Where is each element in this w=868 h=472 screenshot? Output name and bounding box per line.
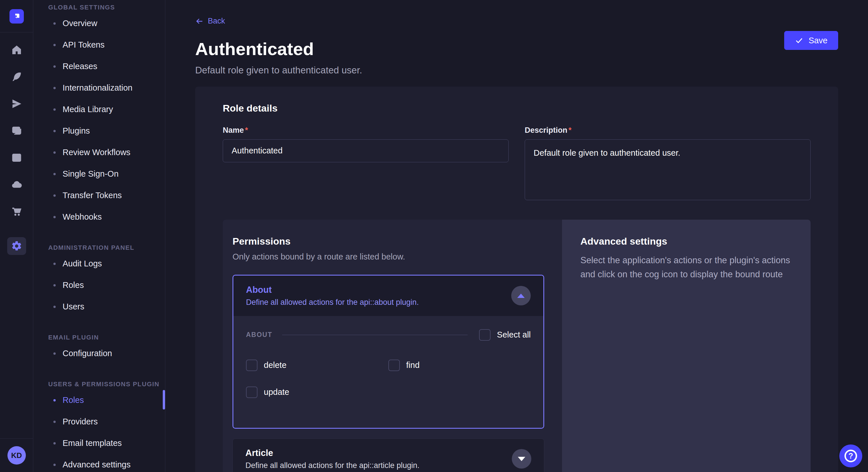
name-label-text: Name — [223, 126, 244, 134]
name-field-group: Name* — [223, 126, 508, 201]
back-label: Back — [208, 16, 225, 26]
layout-icon[interactable] — [11, 152, 22, 163]
cloud-icon[interactable] — [11, 179, 22, 190]
settings-sidebar: GLOBAL SETTINGS Overview API Tokens Rele… — [33, 0, 165, 472]
bullet-icon — [53, 464, 56, 466]
sidebar-item-label: API Tokens — [63, 40, 104, 49]
expand-button[interactable] — [512, 449, 531, 469]
sidebar-item-label: Configuration — [63, 349, 112, 358]
feather-icon[interactable] — [11, 71, 22, 82]
sidebar-item-transfer-tokens[interactable]: Transfer Tokens — [33, 185, 165, 206]
accordion-about-header[interactable]: About Define all allowed actions for the… — [234, 276, 544, 316]
sidebar-item-label: Media Library — [63, 105, 113, 114]
bullet-icon — [53, 442, 56, 444]
sidebar-item-label: Roles — [63, 280, 84, 290]
checkbox-icon — [389, 360, 400, 371]
rail-footer: KD — [0, 438, 33, 472]
bullet-icon — [53, 173, 56, 175]
role-card: Role details Name* Description* Default … — [195, 87, 838, 472]
strapi-logo[interactable] — [9, 9, 24, 24]
bullet-icon — [53, 306, 56, 308]
images-icon[interactable] — [11, 125, 22, 136]
sidebar-section-title: GLOBAL SETTINGS — [33, 2, 165, 12]
app-window: KD GLOBAL SETTINGS Overview API Tokens R… — [0, 0, 868, 472]
back-link[interactable]: Back — [195, 16, 225, 26]
action-label: find — [406, 361, 420, 370]
collapse-button[interactable] — [511, 286, 531, 305]
sidebar-item-up-email-templates[interactable]: Email templates — [33, 432, 165, 454]
sidebar-item-media-library[interactable]: Media Library — [33, 99, 165, 120]
permissions-title: Permissions — [232, 236, 544, 247]
sidebar-item-single-sign-on[interactable]: Single Sign-On — [33, 163, 165, 185]
description-label-text: Description — [525, 126, 567, 134]
sidebar-item-label: Roles — [63, 396, 84, 405]
sidebar-item-label: Audit Logs — [63, 259, 102, 268]
permissions-section: Permissions Only actions bound by a rout… — [223, 220, 811, 472]
role-details-fields: Name* Description* Default role given to… — [223, 126, 811, 201]
sidebar-item-up-advanced-settings[interactable]: Advanced settings — [33, 454, 165, 472]
required-mark: * — [245, 126, 248, 134]
accordion-about-text: About Define all allowed actions for the… — [246, 285, 419, 307]
sidebar-item-email-configuration[interactable]: Configuration — [33, 343, 165, 364]
home-icon[interactable] — [11, 44, 22, 55]
accordion-about-body: ABOUT Select all delete — [234, 316, 544, 428]
sidebar-item-webhooks[interactable]: Webhooks — [33, 206, 165, 228]
action-checkbox-find[interactable]: find — [389, 360, 531, 371]
action-label: delete — [264, 361, 286, 370]
main-content: Back Authenticated Default role given to… — [165, 0, 868, 472]
action-checkbox-update[interactable]: update — [246, 386, 389, 398]
action-label: update — [264, 387, 289, 397]
about-group-row: ABOUT Select all — [246, 329, 531, 341]
sidebar-item-admin-roles[interactable]: Roles — [33, 274, 165, 296]
checkbox-icon — [479, 329, 491, 341]
sidebar-item-api-tokens[interactable]: API Tokens — [33, 34, 165, 56]
accordion-about-title: About — [246, 285, 419, 295]
sidebar-section-email-plugin: EMAIL PLUGIN Configuration — [33, 332, 165, 364]
strapi-logo-icon — [12, 12, 21, 21]
gear-icon[interactable] — [7, 237, 26, 255]
action-checkbox-delete[interactable]: delete — [246, 360, 389, 371]
select-all-checkbox[interactable]: Select all — [479, 329, 531, 341]
sidebar-item-up-providers[interactable]: Providers — [33, 411, 165, 432]
sidebar-item-label: Webhooks — [63, 212, 102, 222]
help-button[interactable]: ? — [839, 444, 862, 467]
nav-rail: KD — [0, 0, 33, 472]
sidebar-section-administration-panel: ADMINISTRATION PANEL Audit Logs Roles Us… — [33, 243, 165, 317]
sidebar-item-audit-logs[interactable]: Audit Logs — [33, 253, 165, 274]
sidebar-item-overview[interactable]: Overview — [33, 12, 165, 34]
sidebar-section-title: USERS & PERMISSIONS PLUGIN — [33, 379, 165, 390]
sidebar-item-label: Internationalization — [63, 83, 132, 93]
sidebar-item-admin-users[interactable]: Users — [33, 296, 165, 317]
sidebar-item-internationalization[interactable]: Internationalization — [33, 77, 165, 99]
name-input[interactable] — [223, 139, 508, 162]
sidebar-section-title: EMAIL PLUGIN — [33, 332, 165, 343]
advanced-settings-title: Advanced settings — [580, 236, 792, 247]
cart-icon[interactable] — [11, 206, 22, 217]
bullet-icon — [53, 399, 56, 401]
advanced-settings-description: Select the application's actions or the … — [580, 253, 792, 281]
bullet-icon — [53, 284, 56, 286]
page-title: Authenticated — [195, 39, 838, 59]
sidebar-item-label: Transfer Tokens — [63, 191, 122, 200]
accordion-article-header[interactable]: Article Define all allowed actions for t… — [233, 439, 544, 472]
chevron-down-icon — [518, 457, 525, 461]
paper-plane-icon[interactable] — [11, 98, 22, 109]
save-button[interactable]: Save — [784, 31, 838, 50]
sidebar-item-review-workflows[interactable]: Review Workflows — [33, 142, 165, 163]
sidebar-item-label: Advanced settings — [63, 460, 131, 469]
active-item-indicator — [163, 390, 165, 409]
description-textarea[interactable]: Default role given to authenticated user… — [525, 139, 811, 200]
sidebar-item-label: Overview — [63, 19, 97, 28]
sidebar-section-title: ADMINISTRATION PANEL — [33, 243, 165, 253]
sidebar-item-label: Users — [63, 302, 84, 311]
select-all-label: Select all — [497, 330, 531, 339]
description-label: Description* — [525, 126, 811, 135]
description-field-group: Description* Default role given to authe… — [525, 126, 811, 201]
bullet-icon — [53, 130, 56, 132]
sidebar-section-global-settings: GLOBAL SETTINGS Overview API Tokens Rele… — [33, 2, 165, 228]
bullet-icon — [53, 263, 56, 265]
sidebar-item-plugins[interactable]: Plugins — [33, 120, 165, 142]
avatar[interactable]: KD — [7, 446, 26, 465]
sidebar-item-up-roles[interactable]: Roles — [33, 390, 165, 411]
sidebar-item-releases[interactable]: Releases — [33, 56, 165, 77]
